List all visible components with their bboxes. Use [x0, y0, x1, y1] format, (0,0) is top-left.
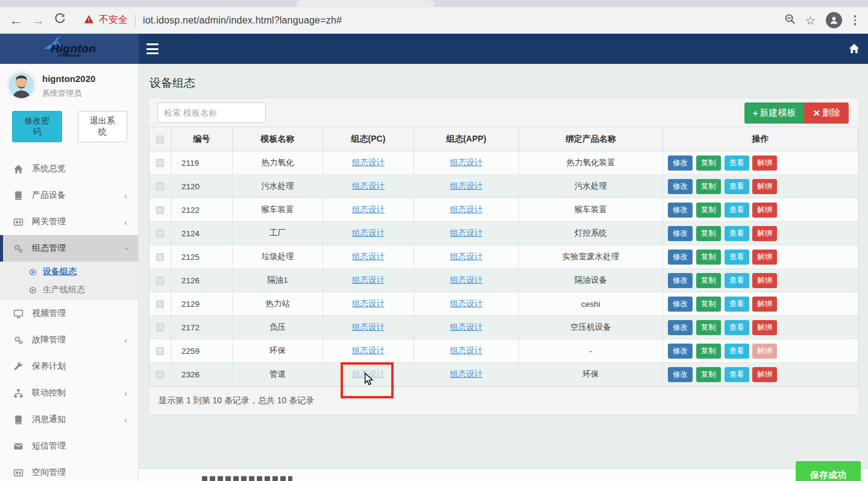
browser-tab[interactable] [297, 0, 434, 7]
view-button[interactable]: 查看 [725, 203, 749, 218]
copy-button[interactable]: 复制 [696, 179, 721, 194]
zoom-out-icon[interactable] [784, 13, 796, 27]
home-icon[interactable] [848, 43, 860, 57]
copy-button[interactable]: 复制 [696, 226, 721, 241]
unbind-button[interactable]: 解绑 [752, 156, 777, 171]
view-button[interactable]: 查看 [725, 226, 749, 241]
row-checkbox[interactable] [156, 324, 164, 332]
user-avatar[interactable] [7, 71, 36, 99]
change-password-button[interactable]: 修改密码 [12, 111, 62, 142]
browser-profile-icon[interactable] [826, 12, 842, 28]
edit-button[interactable]: 修改 [668, 344, 693, 359]
unbind-button[interactable]: 解绑 [752, 179, 777, 194]
sidebar-item-message[interactable]: 消息通知‹ [0, 406, 138, 433]
unbind-button[interactable]: 解绑 [752, 203, 777, 218]
logo[interactable]: Hignton [0, 34, 139, 64]
sidebar-subitem-line-scada[interactable]: 生产线组态 [0, 281, 138, 299]
row-checkbox[interactable] [156, 300, 164, 308]
view-button[interactable]: 查看 [725, 367, 749, 382]
pc-config-link[interactable]: 组态设计 [352, 252, 385, 261]
pc-config-link[interactable]: 组态设计 [352, 322, 385, 332]
view-button[interactable]: 查看 [725, 273, 749, 288]
unbind-button[interactable]: 解绑 [752, 367, 777, 382]
copy-button[interactable]: 复制 [696, 250, 721, 265]
view-button[interactable]: 查看 [725, 344, 749, 359]
sidebar-item-overview[interactable]: 系统总览 [0, 156, 138, 182]
forward-icon[interactable]: → [32, 14, 45, 27]
edit-button[interactable]: 修改 [668, 367, 693, 382]
app-config-link[interactable]: 组态设计 [450, 322, 483, 332]
copy-button[interactable]: 复制 [696, 297, 721, 312]
edit-button[interactable]: 修改 [668, 297, 693, 312]
pc-config-link[interactable]: 组态设计 [352, 346, 385, 355]
security-warning-label[interactable]: 不安全 [99, 14, 128, 27]
pc-config-link[interactable]: 组态设计 [352, 299, 385, 308]
copy-button[interactable]: 复制 [696, 203, 721, 218]
back-icon[interactable]: ← [10, 14, 22, 27]
copy-button[interactable]: 复制 [696, 156, 721, 171]
app-config-link[interactable]: 组态设计 [450, 275, 483, 285]
copy-button[interactable]: 复制 [696, 320, 721, 335]
sidebar-item-video[interactable]: 视频管理 [0, 300, 138, 327]
app-config-link[interactable]: 组态设计 [450, 369, 483, 379]
edit-button[interactable]: 修改 [668, 226, 693, 241]
browser-menu-icon[interactable] [852, 15, 859, 25]
app-config-link[interactable]: 组态设计 [450, 205, 483, 214]
app-config-link[interactable]: 组态设计 [450, 252, 483, 261]
search-input[interactable] [157, 102, 266, 123]
hamburger-menu-icon[interactable] [146, 43, 159, 54]
edit-button[interactable]: 修改 [668, 203, 693, 218]
row-checkbox[interactable] [156, 159, 164, 167]
view-button[interactable]: 查看 [725, 179, 749, 194]
pc-config-link[interactable]: 组态设计 [352, 275, 385, 285]
app-config-link[interactable]: 组态设计 [450, 181, 483, 190]
pc-config-link[interactable]: 组态设计 [352, 205, 385, 214]
logout-button[interactable]: 退出系统 [78, 111, 128, 142]
select-all-checkbox[interactable] [156, 136, 164, 143]
bookmark-star-icon[interactable]: ☆ [805, 13, 816, 28]
pc-config-link[interactable]: 组态设计 [352, 181, 385, 190]
unbind-button[interactable]: 解绑 [752, 226, 777, 241]
app-config-link[interactable]: 组态设计 [450, 299, 483, 308]
edit-button[interactable]: 修改 [668, 179, 693, 194]
copy-button[interactable]: 复制 [696, 344, 721, 359]
app-config-link[interactable]: 组态设计 [450, 346, 483, 355]
edit-button[interactable]: 修改 [668, 156, 693, 171]
sidebar-item-linkage[interactable]: 联动控制‹ [0, 380, 138, 406]
view-button[interactable]: 查看 [725, 250, 749, 265]
copy-button[interactable]: 复制 [696, 367, 721, 382]
row-checkbox[interactable] [156, 277, 164, 285]
row-checkbox[interactable] [156, 183, 164, 190]
copy-button[interactable]: 复制 [696, 273, 721, 288]
row-checkbox[interactable] [156, 206, 164, 214]
reload-icon[interactable] [54, 13, 66, 27]
app-config-link[interactable]: 组态设计 [450, 228, 483, 237]
unbind-button[interactable]: 解绑 [752, 250, 777, 265]
unbind-button[interactable]: 解绑 [752, 344, 777, 359]
view-button[interactable]: 查看 [725, 297, 749, 312]
sidebar-item-maintenance[interactable]: 保养计划 [0, 353, 138, 380]
unbind-button[interactable]: 解绑 [752, 273, 777, 288]
warning-triangle-icon[interactable] [84, 14, 94, 27]
row-checkbox[interactable] [156, 371, 164, 379]
row-checkbox[interactable] [156, 347, 164, 355]
pc-config-link[interactable]: 组态设计 [352, 228, 385, 237]
view-button[interactable]: 查看 [725, 320, 749, 335]
sidebar-subitem-device-scada[interactable]: 设备组态 [0, 263, 138, 281]
new-template-button[interactable]: +新建模板 [744, 102, 805, 124]
sidebar-item-space[interactable]: 空间管理 [0, 459, 138, 481]
row-checkbox[interactable] [156, 253, 164, 261]
edit-button[interactable]: 修改 [668, 250, 693, 265]
row-checkbox[interactable] [156, 230, 164, 237]
sidebar-item-fault[interactable]: 故障管理‹ [0, 327, 138, 353]
unbind-button[interactable]: 解绑 [752, 320, 777, 335]
pc-config-link[interactable]: 组态设计 [352, 158, 385, 167]
pc-config-link[interactable]: 组态设计 [352, 369, 385, 379]
app-config-link[interactable]: 组态设计 [450, 158, 483, 167]
sidebar-item-products[interactable]: 产品设备‹ [0, 182, 138, 209]
sidebar-item-scada[interactable]: 组态管理‹ [0, 235, 138, 262]
view-button[interactable]: 查看 [725, 156, 749, 171]
edit-button[interactable]: 修改 [668, 320, 693, 335]
delete-button[interactable]: ✕删除 [804, 102, 849, 124]
sidebar-item-gateway[interactable]: 网关管理‹ [0, 209, 138, 235]
